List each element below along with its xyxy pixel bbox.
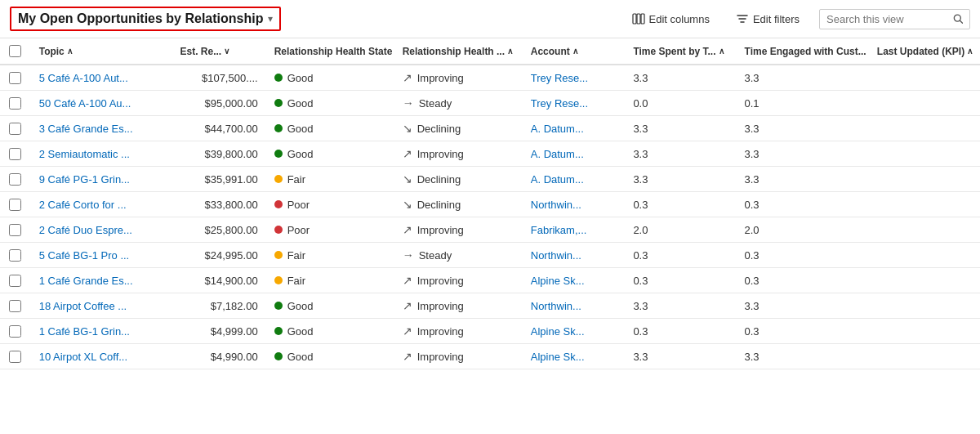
row-account: A. Datum... <box>523 167 626 192</box>
col-header-est-rev[interactable]: Est. Re... ∨ <box>172 38 265 65</box>
row-check-cell <box>0 141 31 167</box>
select-all-checkbox[interactable] <box>9 45 21 57</box>
account-link[interactable]: A. Datum... <box>531 148 584 160</box>
row-account: Fabrikam,... <box>523 217 626 243</box>
topic-link[interactable]: 5 Café A-100 Aut... <box>39 72 128 84</box>
topic-link[interactable]: 5 Café BG-1 Pro ... <box>39 249 130 262</box>
row-time-spent: 0.3 <box>625 192 736 217</box>
topic-link[interactable]: 18 Airpot Coffee ... <box>39 300 127 312</box>
kpi-dot <box>274 175 283 183</box>
topic-link[interactable]: 3 Café Grande Es... <box>39 123 133 135</box>
search-box <box>819 9 970 29</box>
search-input[interactable] <box>826 13 948 25</box>
row-checkbox[interactable] <box>9 325 21 338</box>
topic-link[interactable]: 9 Café PG-1 Grin... <box>39 173 130 186</box>
row-kpi: Good <box>266 65 394 91</box>
sort-icon-health: ∧ <box>507 47 513 56</box>
row-checkbox[interactable] <box>9 300 21 312</box>
col-header-health[interactable]: Relationship Health ... ∧ <box>394 38 523 65</box>
kpi-dot <box>274 124 283 132</box>
row-account: Alpine Sk... <box>523 319 626 344</box>
row-topic: 2 Café Duo Espre... <box>31 217 172 243</box>
row-check-cell <box>0 91 31 116</box>
title-section: My Open Opportunities by Relationship ▾ <box>10 7 281 31</box>
col-header-time-spent[interactable]: Time Spent by T... ∧ <box>625 38 736 65</box>
row-checkbox[interactable] <box>9 72 21 84</box>
row-checkbox[interactable] <box>9 97 21 110</box>
row-time-spent: 0.0 <box>625 91 736 116</box>
row-health: → Steady <box>394 243 523 268</box>
row-time-engaged: 0.3 <box>737 192 869 217</box>
col-header-last-updated[interactable]: Last Updated (KPI) ∧ <box>869 38 980 65</box>
topic-link[interactable]: 1 Café Grande Es... <box>39 275 133 287</box>
row-checkbox[interactable] <box>9 173 21 186</box>
topic-link[interactable]: 50 Café A-100 Au... <box>39 97 131 110</box>
row-time-spent: 2.0 <box>625 217 736 243</box>
topic-link[interactable]: 2 Café Duo Espre... <box>39 224 132 236</box>
chevron-down-icon[interactable]: ▾ <box>268 13 273 25</box>
kpi-label: Good <box>287 351 314 363</box>
row-account: Trey Rese... <box>523 65 626 91</box>
row-checkbox[interactable] <box>9 249 21 262</box>
row-time-spent: 3.3 <box>625 141 736 167</box>
account-link[interactable]: Trey Rese... <box>531 72 588 84</box>
account-link[interactable]: Northwin... <box>531 249 581 262</box>
kpi-dot <box>274 226 283 234</box>
row-account: Alpine Sk... <box>523 268 626 293</box>
row-checkbox[interactable] <box>9 123 21 135</box>
account-link[interactable]: Fabrikam,... <box>531 224 587 236</box>
row-time-engaged: 3.3 <box>737 344 869 369</box>
table-row: 2 Café Corto for ... $33,800.00 Poor ↘ D… <box>0 192 980 217</box>
row-topic: 1 Café BG-1 Grin... <box>31 319 172 344</box>
row-kpi: Fair <box>266 243 394 268</box>
account-link[interactable]: Northwin... <box>531 300 581 312</box>
row-time-spent: 3.3 <box>625 344 736 369</box>
row-topic: 9 Café PG-1 Grin... <box>31 167 172 192</box>
edit-filters-label: Edit filters <box>753 13 800 25</box>
row-time-spent: 3.3 <box>625 293 736 319</box>
row-check-cell <box>0 192 31 217</box>
row-checkbox[interactable] <box>9 199 21 211</box>
row-checkbox[interactable] <box>9 351 21 363</box>
account-link[interactable]: A. Datum... <box>531 173 584 186</box>
row-time-engaged: 0.3 <box>737 268 869 293</box>
col-header-kpi[interactable]: Relationship Health State (KPI) ∧ <box>266 38 394 65</box>
header-actions: Edit columns Edit filters <box>626 9 971 29</box>
account-link[interactable]: Alpine Sk... <box>531 325 585 338</box>
col-header-time-engaged[interactable]: Time Engaged with Cust... ∧ <box>737 38 869 65</box>
svg-rect-0 <box>633 14 636 24</box>
trend-arrow-icon: ↗ <box>403 299 412 312</box>
table-row: 18 Airpot Coffee ... $7,182.00 Good ↗ Im… <box>0 293 980 319</box>
account-link[interactable]: Alpine Sk... <box>531 275 585 287</box>
row-checkbox[interactable] <box>9 148 21 160</box>
account-link[interactable]: A. Datum... <box>531 123 584 135</box>
health-label: Improving <box>417 351 464 363</box>
row-kpi: Good <box>266 141 394 167</box>
table-row: 5 Café A-100 Aut... $107,500.... Good ↗ … <box>0 65 980 91</box>
row-est-rev: $33,800.00 <box>172 192 265 217</box>
col-header-topic[interactable]: Topic ∧ <box>31 38 172 65</box>
table-row: 50 Café A-100 Au... $95,000.00 Good → St… <box>0 91 980 116</box>
account-link[interactable]: Alpine Sk... <box>531 351 585 363</box>
trend-arrow-icon: ↗ <box>403 147 412 160</box>
col-header-account[interactable]: Account ∧ <box>523 38 626 65</box>
account-link[interactable]: Northwin... <box>531 199 581 211</box>
svg-line-4 <box>960 20 962 23</box>
topic-link[interactable]: 10 Airpot XL Coff... <box>39 351 127 363</box>
topic-link[interactable]: 1 Café BG-1 Grin... <box>39 325 130 338</box>
health-label: Improving <box>417 224 464 236</box>
edit-filters-button[interactable]: Edit filters <box>729 9 806 29</box>
edit-columns-button[interactable]: Edit columns <box>626 9 716 29</box>
row-time-engaged: 0.3 <box>737 243 869 268</box>
row-check-cell <box>0 167 31 192</box>
row-time-engaged: 3.3 <box>737 293 869 319</box>
row-topic: 18 Airpot Coffee ... <box>31 293 172 319</box>
row-checkbox[interactable] <box>9 224 21 236</box>
topic-link[interactable]: 2 Café Corto for ... <box>39 199 127 211</box>
row-time-spent: 3.3 <box>625 116 736 141</box>
row-checkbox[interactable] <box>9 275 21 287</box>
table-row: 1 Café Grande Es... $14,900.00 Fair ↗ Im… <box>0 268 980 293</box>
account-link[interactable]: Trey Rese... <box>531 97 588 110</box>
row-health: ↘ Declining <box>394 116 523 141</box>
topic-link[interactable]: 2 Semiautomatic ... <box>39 148 130 160</box>
